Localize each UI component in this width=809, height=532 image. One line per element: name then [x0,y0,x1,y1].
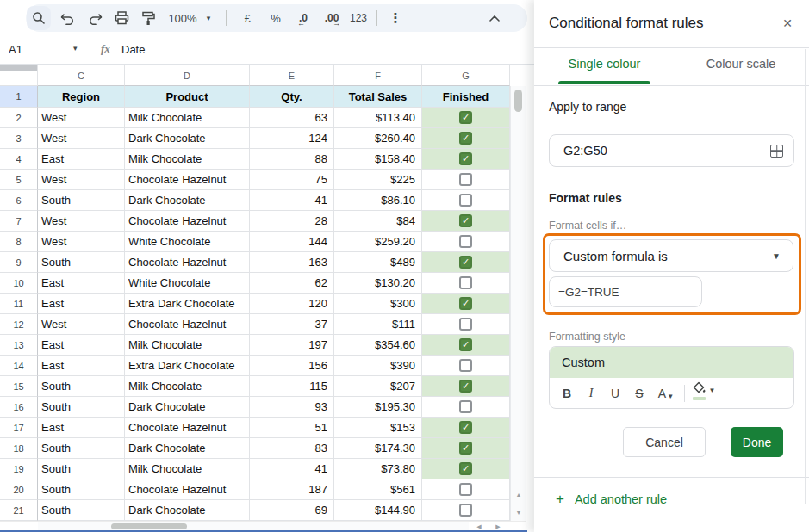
finished-cell[interactable] [422,252,510,273]
finished-cell[interactable] [422,418,510,438]
cell-qty[interactable]: 124 [250,128,334,149]
formula-input[interactable]: Date [121,43,145,56]
cell-sales[interactable]: $113.40 [334,108,422,128]
undo-icon[interactable] [57,4,78,32]
cell-product[interactable]: Dark Chocolate [125,438,250,459]
tab-colour-scale[interactable]: Colour scale [698,57,784,71]
finished-cell[interactable] [422,294,510,314]
range-input[interactable]: G2:G50 [549,134,794,167]
cell-product[interactable]: Chocolate Hazelnut [125,418,250,438]
vertical-scrollbar[interactable]: ▲ ▼ [510,86,526,523]
checkbox[interactable] [459,276,472,289]
add-another-rule-button[interactable]: + Add another rule [556,491,667,508]
more-options-icon[interactable]: ⋮ [386,4,405,32]
cell-sales[interactable]: $111 [334,314,422,335]
header-cell-qty[interactable]: Qty. [250,86,334,108]
row-header[interactable]: 16 [0,397,38,418]
row-header[interactable]: 11 [0,294,38,314]
cell-sales[interactable]: $130.20 [334,273,422,294]
decrease-decimal-button[interactable]: .0← [291,4,315,32]
cell-qty[interactable]: 75 [250,170,334,190]
row-header[interactable]: 12 [0,314,38,335]
checkbox[interactable] [459,442,472,455]
cell-region[interactable]: West [38,108,125,128]
row-header[interactable]: 3 [0,128,38,149]
redo-icon[interactable] [84,4,105,32]
cell-region[interactable]: South [38,479,125,500]
italic-button[interactable]: I [579,381,603,405]
finished-cell[interactable] [422,190,510,211]
checkbox[interactable] [459,297,472,310]
cell-region[interactable]: South [38,459,125,479]
cell-qty[interactable]: 41 [250,190,334,211]
condition-dropdown[interactable]: Custom formula is ▼ [549,239,793,272]
select-data-range-icon[interactable] [770,145,783,158]
finished-cell[interactable] [422,335,510,356]
name-box-caret-icon[interactable]: ▾ [73,44,78,53]
cell-sales[interactable]: $153 [334,418,422,438]
finished-cell[interactable] [422,232,510,252]
checkbox[interactable] [459,380,472,393]
cell-product[interactable]: White Chocolate [125,232,250,252]
finished-cell[interactable] [422,108,510,128]
cell-product[interactable]: Dark Chocolate [125,397,250,418]
header-cell-product[interactable]: Product [125,86,250,108]
vertical-scrollbar-thumb[interactable] [514,90,522,112]
checkbox[interactable] [459,359,472,372]
cell-region[interactable]: East [38,149,125,170]
header-cell-finished[interactable]: Finished [422,86,510,108]
cell-region[interactable]: South [38,500,125,521]
horizontal-scrollbar[interactable]: ◀ ▶ [0,521,526,530]
cell-sales[interactable]: $158.40 [334,149,422,170]
row-header[interactable]: 10 [0,273,38,294]
cell-qty[interactable]: 28 [250,211,334,232]
column-header-g[interactable]: G [422,65,510,86]
checkbox[interactable] [459,504,472,517]
bold-button[interactable]: B [555,381,579,405]
tab-single-colour[interactable]: Single colour [558,57,650,71]
row-header[interactable]: 1 [0,86,38,108]
checkbox[interactable] [459,338,472,351]
row-header[interactable]: 7 [0,211,38,232]
cell-qty[interactable]: 187 [250,479,334,500]
cell-product[interactable]: Milk Chocolate [125,149,250,170]
cell-sales[interactable]: $73.80 [334,459,422,479]
cell-sales[interactable]: $489 [334,252,422,273]
finished-cell[interactable] [422,438,510,459]
row-header[interactable]: 13 [0,335,38,356]
cell-sales[interactable]: $354.60 [334,335,422,356]
cell-region[interactable]: South [38,438,125,459]
column-header-d[interactable]: D [125,65,250,86]
cell-qty[interactable]: 115 [250,376,334,397]
cell-qty[interactable]: 120 [250,294,334,314]
done-button[interactable]: Done [731,427,783,457]
cell-region[interactable]: East [38,273,125,294]
cell-sales[interactable]: $225 [334,170,422,190]
checkbox[interactable] [459,111,472,124]
row-header[interactable]: 19 [0,459,38,479]
cell-product[interactable]: Extra Dark Chocolate [125,356,250,376]
cell-region[interactable]: South [38,376,125,397]
checkbox[interactable] [459,318,472,331]
hide-menus-icon[interactable] [484,4,505,32]
paint-format-icon[interactable] [138,4,159,32]
checkbox[interactable] [459,421,472,434]
cell-qty[interactable]: 83 [250,438,334,459]
cell-sales[interactable]: $207 [334,376,422,397]
cell-region[interactable]: East [38,418,125,438]
row-header[interactable]: 18 [0,438,38,459]
cell-product[interactable]: Dark Chocolate [125,128,250,149]
percent-format-button[interactable]: % [264,4,287,32]
checkbox[interactable] [459,194,472,207]
cell-qty[interactable]: 63 [250,108,334,128]
custom-formula-input[interactable]: =G2=TRUE [549,276,702,307]
finished-cell[interactable] [422,356,510,376]
cancel-button[interactable]: Cancel [623,427,706,457]
cell-sales[interactable]: $300 [334,294,422,314]
zoom-caret-icon[interactable]: ▾ [203,4,214,32]
row-header[interactable]: 9 [0,252,38,273]
checkbox[interactable] [459,400,472,413]
cell-region[interactable]: West [38,314,125,335]
cell-product[interactable]: Milk Chocolate [125,376,250,397]
header-cell-sales[interactable]: Total Sales [334,86,422,108]
